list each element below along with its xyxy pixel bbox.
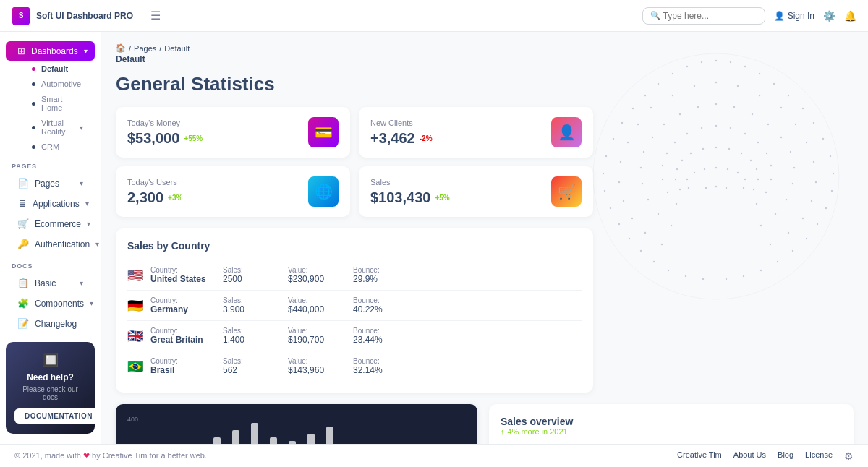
country-label: Country: bbox=[150, 327, 223, 335]
country-name: Brasil bbox=[150, 365, 223, 375]
footer-links: Creative Tim About Us Blog License ⚙ bbox=[677, 450, 854, 462]
stat-label: Today's Users bbox=[127, 178, 182, 187]
bounce-stat: Bounce: 40.22% bbox=[353, 296, 418, 314]
page-title: General Statistics bbox=[116, 73, 854, 95]
notifications-icon[interactable]: 🔔 bbox=[844, 10, 856, 22]
country-row: 🇺🇸 Country: United States Sales: 2500 Va… bbox=[127, 260, 582, 291]
dot-active bbox=[32, 67, 35, 71]
sidebar-item-dashboards[interactable]: ⊞ Dashboards ▾ bbox=[6, 41, 95, 61]
country-row: 🇩🇪 Country: Germany Sales: 3.900 Value: … bbox=[127, 291, 582, 321]
breadcrumb-subtitle: Default bbox=[116, 54, 854, 64]
user-icon: 👤 bbox=[774, 11, 785, 21]
sidebar-item-changelog[interactable]: 📝 Changelog bbox=[6, 314, 95, 333]
sidebar-item-applications[interactable]: 🖥 Applications ▾ bbox=[6, 194, 95, 213]
stat-badge: +3% bbox=[168, 194, 182, 202]
sidebar-item-pages[interactable]: 📄 Pages ▾ bbox=[6, 173, 95, 193]
chevron-right-icon: ▾ bbox=[80, 179, 83, 187]
logo[interactable]: S bbox=[12, 7, 30, 25]
country-row: 🇧🇷 Country: Brasil Sales: 562 Value: $14… bbox=[127, 351, 582, 381]
main-content: 🏠 / Pages / Default Default General Stat… bbox=[101, 32, 868, 467]
sidebar-item-virtualreality[interactable]: Virtual Reality ▾ bbox=[6, 116, 95, 139]
stat-cards: Today's Money $53,000 +55% 💳 New Clients… bbox=[116, 107, 593, 217]
sidebar-item-authentication[interactable]: 🔑 Authentication ▾ bbox=[6, 234, 95, 254]
sidebar-item-ecommerce[interactable]: 🛒 Ecommerce ▾ bbox=[6, 214, 95, 234]
stat-card: Today's Users 2,300 +3% 🌐 bbox=[116, 166, 350, 217]
help-icon: 🔲 bbox=[14, 352, 86, 368]
settings-footer-icon[interactable]: ⚙ bbox=[844, 450, 854, 462]
help-card: 🔲 Need help? Please check our docs DOCUM… bbox=[6, 342, 95, 434]
stat-info: Sales $103,430 +5% bbox=[370, 178, 450, 206]
value-stat: Value: $440,000 bbox=[288, 296, 353, 314]
stat-info: Today's Users 2,300 +3% bbox=[127, 178, 182, 206]
footer-link-aboutus[interactable]: About Us bbox=[733, 450, 766, 462]
dot bbox=[32, 102, 35, 106]
sales-overview-title: Sales overview bbox=[501, 416, 842, 427]
components-icon: 🧩 bbox=[17, 298, 29, 309]
sales-stat: Sales: 1.400 bbox=[223, 327, 288, 345]
country-name: Germany bbox=[150, 304, 223, 314]
bounce-stat: Bounce: 29.9% bbox=[353, 266, 418, 284]
flag-icon: 🇬🇧 bbox=[127, 328, 143, 344]
breadcrumb: 🏠 / Pages / Default bbox=[116, 43, 854, 53]
sidebar-pages-title: PAGES bbox=[0, 157, 101, 173]
sidebar-item-components[interactable]: 🧩 Components ▾ bbox=[6, 294, 95, 313]
chevron-right-icon: ▾ bbox=[80, 124, 83, 132]
stat-icon: 💳 bbox=[308, 117, 339, 147]
country-info: Country: Brasil bbox=[150, 357, 223, 375]
sidebar-item-default[interactable]: Default bbox=[6, 61, 95, 76]
basic-icon: 📋 bbox=[17, 278, 29, 288]
chevron-down-icon: ▾ bbox=[84, 47, 88, 55]
settings-icon[interactable]: ⚙️ bbox=[823, 10, 835, 22]
hamburger-icon[interactable]: ☰ bbox=[150, 9, 161, 22]
sidebar-item-automotive[interactable]: Automotive bbox=[6, 77, 95, 91]
dot bbox=[32, 126, 35, 129]
footer-link-blog[interactable]: Blog bbox=[778, 450, 793, 462]
sidebar-dashboards-label: Dashboards bbox=[31, 46, 78, 56]
sidebar-item-crm[interactable]: CRM bbox=[6, 140, 95, 154]
changelog-icon: 📝 bbox=[17, 318, 29, 329]
sidebar-item-smarthome[interactable]: Smart Home bbox=[6, 92, 95, 115]
bounce-stat: Bounce: 32.14% bbox=[353, 357, 418, 375]
ecommerce-icon: 🛒 bbox=[17, 218, 29, 229]
value-stat: Value: $143,960 bbox=[288, 357, 353, 375]
stat-value: 2,300 +3% bbox=[127, 189, 182, 206]
stat-value: +3,462 -2% bbox=[370, 130, 433, 147]
sidebar-section-pages: PAGES 📄 Pages ▾ 🖥 Applications ▾ 🛒 Ecomm… bbox=[0, 157, 101, 254]
country-name: Great Britain bbox=[150, 335, 223, 345]
search-icon: 🔍 bbox=[650, 11, 660, 20]
home-icon: 🏠 bbox=[116, 43, 126, 53]
footer-link-license[interactable]: License bbox=[805, 450, 833, 462]
dot bbox=[32, 145, 35, 149]
help-title: Need help? bbox=[14, 372, 86, 382]
country-label: Country: bbox=[150, 357, 223, 365]
stat-badge: +5% bbox=[435, 194, 449, 202]
sales-overview-subtitle: ↑ 4% more in 2021 bbox=[501, 427, 842, 436]
sidebar: ⊞ Dashboards ▾ Default Automotive Smart … bbox=[0, 32, 101, 444]
search-box[interactable]: 🔍 bbox=[642, 7, 765, 25]
flag-icon: 🇩🇪 bbox=[127, 298, 143, 314]
pages-icon: 📄 bbox=[17, 178, 29, 189]
country-name: United States bbox=[150, 274, 223, 284]
value-stat: Value: $230,900 bbox=[288, 266, 353, 284]
signin-button[interactable]: 👤 Sign In bbox=[774, 11, 814, 21]
search-input[interactable] bbox=[663, 11, 757, 21]
stat-icon: 👤 bbox=[551, 117, 582, 147]
stat-card: Today's Money $53,000 +55% 💳 bbox=[116, 107, 350, 158]
footer: © 2021, made with ❤ by Creative Tim for … bbox=[0, 444, 868, 467]
chevron-right-icon: ▾ bbox=[80, 279, 83, 287]
brand-name: Soft UI Dashboard PRO bbox=[36, 11, 133, 21]
sales-stat: Sales: 2500 bbox=[223, 266, 288, 284]
chevron-right-icon: ▾ bbox=[90, 299, 93, 307]
country-row: 🇬🇧 Country: Great Britain Sales: 1.400 V… bbox=[127, 321, 582, 351]
country-label: Country: bbox=[150, 266, 223, 274]
sidebar-docs-title: DOCS bbox=[0, 257, 101, 273]
sidebar-item-basic[interactable]: 📋 Basic ▾ bbox=[6, 273, 95, 293]
applications-icon: 🖥 bbox=[17, 198, 27, 209]
stat-value: $53,000 +55% bbox=[127, 130, 203, 147]
stat-label: Sales bbox=[370, 178, 450, 187]
heart-icon: ❤ bbox=[83, 451, 92, 460]
documentation-button[interactable]: DOCUMENTATION bbox=[14, 408, 101, 424]
stat-label: Today's Money bbox=[127, 119, 203, 127]
arrow-up-icon: ↑ bbox=[501, 427, 505, 436]
footer-link-creativetim[interactable]: Creative Tim bbox=[677, 450, 722, 462]
